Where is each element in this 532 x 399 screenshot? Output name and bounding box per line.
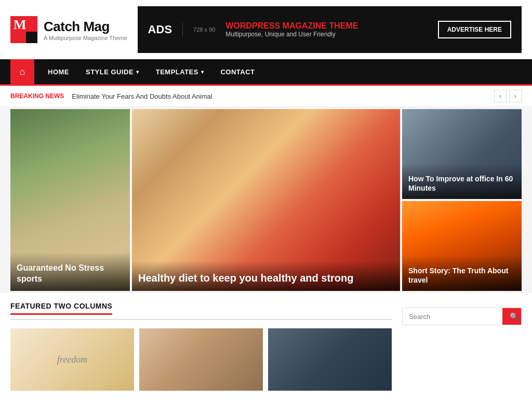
logo-icon: M [10, 16, 37, 43]
card-title-center: Healthy diet to keep you healthy and str… [138, 271, 394, 285]
featured-grid: Guaranteed No Stress sports Healthy diet… [0, 107, 532, 293]
featured-cards-right: How To Improve at office In 60 Minutes S… [402, 109, 522, 291]
ads-wp-title: WORDPRESS MAGAZINE THEME [225, 21, 358, 31]
nav-item-home[interactable]: HOME [39, 59, 77, 84]
nav-item-style-guide[interactable]: STYLE GUIDE ▾ [77, 59, 148, 84]
breaking-prev-button[interactable]: ‹ [494, 90, 507, 102]
featured-thumb-3[interactable] [268, 328, 392, 391]
ads-banner: ADS 728 x 90 WORDPRESS MAGAZINE THEME Mu… [138, 6, 522, 53]
breaking-news-label: BREAKING NEWS [10, 92, 64, 100]
home-icon: ⌂ [20, 66, 25, 77]
home-icon-button[interactable]: ⌂ [10, 59, 34, 84]
breaking-next-button[interactable]: › [509, 90, 522, 102]
section-title: FEATURED TWO COLUMNS [10, 302, 112, 315]
breaking-news-bar: BREAKING NEWS Eliminate Your Fears And D… [0, 86, 532, 107]
ads-label: ADS [148, 23, 183, 36]
logo-text: Catch Mag A Multipurpose Magazine Theme [44, 19, 127, 41]
featured-card-right-top[interactable]: How To Improve at office In 60 Minutes [402, 109, 522, 199]
logo-area: M Catch Mag A Multipurpose Magazine Them… [10, 16, 127, 43]
advertise-button[interactable]: ADVERTISE HERE [438, 21, 511, 38]
featured-thumb-1[interactable]: freedom [10, 328, 134, 391]
header: M Catch Mag A Multipurpose Magazine Them… [0, 0, 532, 59]
site-title: Catch Mag [44, 19, 127, 35]
breaking-news-text: Eliminate Your Fears And Doubts About An… [72, 92, 486, 100]
ads-size: 728 x 90 [193, 26, 215, 33]
card-title-left: Guaranteed No Stress sports [17, 263, 124, 285]
breaking-news-nav: ‹ › [494, 90, 522, 102]
card-overlay-right-top: How To Improve at office In 60 Minutes [402, 164, 522, 199]
lower-main: FEATURED TWO COLUMNS freedom [10, 301, 392, 391]
lower-section: FEATURED TWO COLUMNS freedom [0, 293, 532, 399]
freedom-text: freedom [57, 354, 87, 365]
featured-card-center[interactable]: Healthy diet to keep you healthy and str… [132, 109, 400, 291]
featured-thumb-2[interactable] [139, 328, 263, 391]
card-title-right-bottom: Short Story: The Truth About travel [408, 266, 515, 285]
section-title-bar: FEATURED TWO COLUMNS [10, 301, 392, 320]
card-overlay-right-bottom: Short Story: The Truth About travel [402, 256, 522, 291]
featured-card-left[interactable]: Guaranteed No Stress sports [10, 109, 130, 291]
sidebar: 🔍 [402, 301, 522, 391]
chevron-down-icon: ▾ [136, 69, 139, 75]
featured-two-cols: freedom [10, 328, 392, 391]
search-input[interactable] [403, 308, 502, 325]
navbar: ⌂ HOME STYLE GUIDE ▾ TEMPLATES ▾ CONTACT [0, 59, 532, 84]
featured-card-right-bottom[interactable]: Short Story: The Truth About travel [402, 201, 522, 291]
nav-item-templates[interactable]: TEMPLATES ▾ [148, 59, 212, 84]
ads-wp-sub: Multipurpose, Unique and User Friendly [225, 31, 358, 38]
site-subtitle: A Multipurpose Magazine Theme [44, 35, 127, 41]
logo-letter: M [14, 18, 26, 32]
search-box: 🔍 [402, 308, 522, 325]
card-overlay-left: Guaranteed No Stress sports [10, 252, 130, 291]
card-overlay-center: Healthy diet to keep you healthy and str… [132, 261, 400, 291]
nav-items: HOME STYLE GUIDE ▾ TEMPLATES ▾ CONTACT [39, 59, 263, 84]
ads-text: WORDPRESS MAGAZINE THEME Multipurpose, U… [225, 21, 358, 38]
nav-item-contact[interactable]: CONTACT [212, 59, 263, 84]
search-icon: 🔍 [510, 312, 518, 321]
search-button[interactable]: 🔍 [502, 308, 522, 325]
chevron-down-icon-2: ▾ [201, 69, 204, 75]
card-title-right-top: How To Improve at office In 60 Minutes [408, 174, 515, 193]
